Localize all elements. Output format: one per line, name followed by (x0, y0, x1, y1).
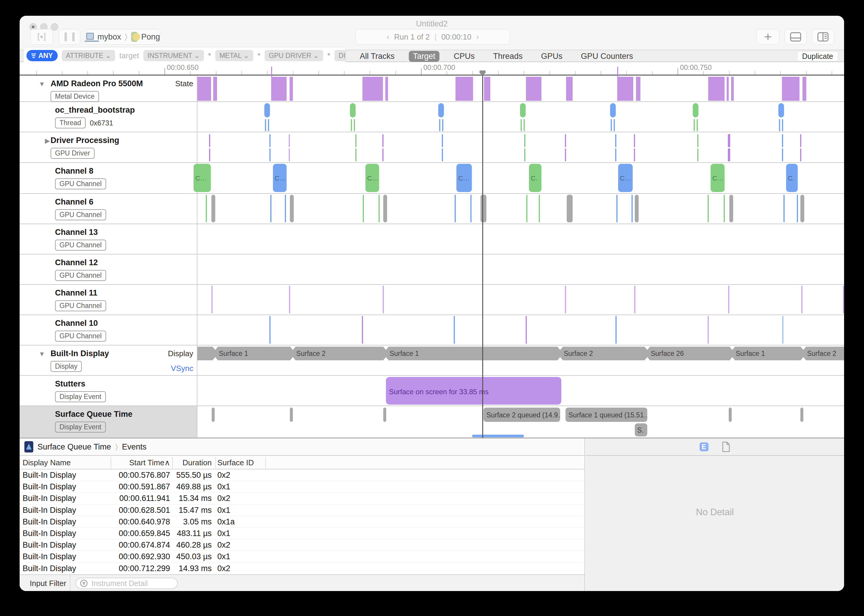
driver-event-line[interactable] (355, 148, 357, 162)
table-row[interactable]: Built-In Display00:00.640.9783.05 ms0x1a (20, 516, 584, 528)
gpu-channel-mark[interactable] (539, 195, 540, 222)
gpu-channel-mark[interactable] (363, 195, 364, 222)
gpu-channel-line[interactable] (362, 316, 363, 344)
gpu-state-interval[interactable] (782, 77, 800, 101)
driver-event-line[interactable] (269, 134, 270, 147)
gpu-channel-mark[interactable] (784, 195, 785, 222)
track-header[interactable]: oc_thread_bootstrapThread0x6731 (20, 102, 198, 132)
queue-event-pill[interactable] (383, 408, 386, 422)
gpu-state-interval[interactable] (731, 77, 734, 101)
driver-event-line[interactable] (634, 134, 635, 147)
gpu-channel-line[interactable] (269, 316, 270, 344)
track-header[interactable]: Channel 6GPU Channel (20, 194, 198, 223)
driver-event-line[interactable] (289, 134, 290, 147)
queue-interval[interactable]: Surface 2 queued (14.9… (484, 408, 560, 422)
gpu-channel-block[interactable]: C… (273, 164, 287, 192)
thread-event-line[interactable] (351, 119, 352, 131)
driver-event-line[interactable] (697, 148, 698, 162)
driver-event-line[interactable] (697, 134, 698, 147)
gpu-channel-mark[interactable] (470, 195, 471, 222)
track-header[interactable]: Channel 13GPU Channel (20, 224, 198, 254)
gpu-state-interval[interactable] (385, 77, 388, 101)
gpu-channel-mark[interactable] (206, 195, 207, 222)
gpu-state-interval[interactable] (727, 77, 729, 101)
thread-event-line[interactable] (614, 119, 615, 131)
driver-event-line[interactable] (382, 134, 383, 147)
track-header[interactable]: Surface Queue TimeDisplay Event (20, 406, 198, 437)
gpu-channel-mark[interactable] (708, 195, 709, 222)
gpu-channel-line[interactable] (616, 316, 617, 344)
track-header[interactable]: Channel 12GPU Channel (20, 255, 198, 284)
gpu-channel-line[interactable] (526, 316, 527, 344)
driver-event-line[interactable] (728, 148, 730, 162)
table-row[interactable]: Built-In Display00:00.576.807555.50 µs0x… (20, 470, 584, 481)
surface-segment-label[interactable]: Surface 1 (219, 350, 248, 358)
gpu-channel-mark[interactable] (797, 195, 798, 222)
track-header[interactable]: Channel 10GPU Channel (20, 315, 198, 345)
disclosure-open-icon[interactable]: ▼ (39, 350, 45, 358)
column-header-start-time[interactable]: Start Time∧ (129, 458, 170, 467)
driver-event-line[interactable] (782, 134, 783, 147)
thread-event-line[interactable] (523, 119, 525, 131)
detail-breadcrumb-page[interactable]: Events (122, 442, 146, 452)
gpu-state-interval[interactable] (526, 77, 541, 101)
thread-event-line[interactable] (265, 119, 266, 131)
gpu-channel-line[interactable] (383, 286, 384, 313)
thread-event-pill[interactable] (520, 103, 526, 118)
track-header[interactable]: StuttersDisplay Event (20, 376, 198, 405)
gpu-channel-block[interactable]: C… (711, 164, 724, 192)
driver-event-line[interactable] (565, 134, 566, 147)
any-filter-pill[interactable]: ANY (27, 50, 58, 61)
driver-event-line[interactable] (615, 134, 616, 147)
tab-threads[interactable]: Threads (489, 51, 527, 62)
track-header[interactable]: Channel 8GPU Channel (20, 163, 198, 193)
gpu-state-interval[interactable] (290, 77, 293, 101)
gpu-channel-mark[interactable] (635, 195, 639, 222)
filter-token[interactable]: INSTRUMENT ⌄ (143, 50, 204, 61)
filter-token[interactable]: target (119, 51, 139, 60)
gpu-channel-line[interactable] (454, 316, 455, 344)
gpu-channel-line[interactable] (708, 316, 709, 344)
add-instrument-button[interactable] (756, 29, 779, 45)
driver-event-line[interactable] (289, 148, 290, 162)
gpu-state-interval[interactable] (213, 77, 217, 101)
table-row[interactable]: Built-In Display00:00.712.29914.93 ms0x2 (20, 563, 584, 574)
driver-event-line[interactable] (565, 148, 566, 162)
gpu-channel-mark[interactable] (481, 195, 486, 222)
driver-event-line[interactable] (442, 134, 443, 147)
document-tab-icon[interactable] (722, 442, 730, 452)
gpu-channel-line[interactable] (801, 286, 803, 313)
gpu-state-interval[interactable] (636, 77, 641, 101)
filter-token[interactable]: DISPLAY ⌄ (335, 50, 346, 61)
disclosure-closed-icon[interactable]: ▶ (45, 137, 50, 145)
target-breadcrumb[interactable]: mybox 〉 Pong (86, 29, 160, 45)
gpu-channel-line[interactable] (843, 286, 844, 313)
tab-gpus[interactable]: GPUs (537, 51, 567, 62)
horizontal-scrollbar-thumb[interactable] (472, 435, 524, 437)
gpu-channel-mark[interactable] (285, 195, 286, 222)
track-header[interactable]: Channel 11GPU Channel (20, 285, 198, 314)
gpu-state-interval[interactable] (708, 77, 724, 101)
driver-event-line[interactable] (209, 148, 210, 162)
tab-target[interactable]: Target (409, 51, 440, 62)
queue-interval[interactable]: Surface 1 queued (15.51… (566, 408, 647, 422)
gpu-channel-line[interactable] (289, 286, 290, 313)
gpu-channel-block[interactable]: C… (456, 164, 472, 192)
table-row[interactable]: Built-In Display00:00.611.94115.34 ms0x2 (20, 493, 584, 504)
detail-breadcrumb-tool[interactable]: Surface Queue Time (38, 442, 111, 452)
column-header-surface-id[interactable]: Surface ID (217, 458, 254, 467)
queue-interval[interactable]: S. (635, 423, 647, 437)
table-row[interactable]: Built-In Display00:00.628.50115.47 ms0x1 (20, 504, 584, 516)
gpu-channel-mark[interactable] (632, 195, 633, 222)
surface-segment-label[interactable]: Surface 1 (390, 350, 419, 358)
driver-event-line[interactable] (800, 148, 801, 162)
gpu-state-interval[interactable] (456, 77, 473, 101)
track-header[interactable]: ▼Built-In DisplayDisplayDisplayVSync (20, 346, 198, 375)
driver-event-line[interactable] (442, 148, 443, 162)
table-row[interactable]: Built-In Display00:00.692.930450.03 µs0x… (20, 551, 584, 563)
gpu-channel-mark[interactable] (379, 195, 380, 222)
thread-event-line[interactable] (268, 119, 269, 131)
timeline-ruler[interactable]: 00:00.65000:00.70000:00.750 (20, 62, 844, 75)
toggle-right-pane-button[interactable] (812, 29, 834, 45)
driver-event-line[interactable] (524, 148, 525, 162)
